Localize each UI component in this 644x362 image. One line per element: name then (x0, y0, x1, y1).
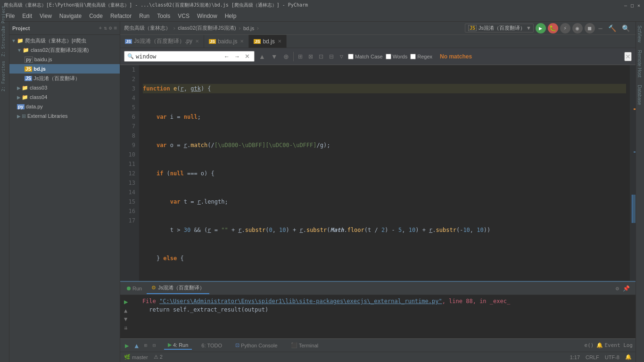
menu-vcs[interactable]: VCS (174, 12, 193, 20)
breadcrumb-sep3: › (256, 25, 259, 32)
close-button[interactable]: ✕ (637, 3, 640, 8)
tree-item-root[interactable]: ▼ 📁 爬虫高级（童林志）[#爬虫 (9, 36, 120, 45)
search-down-btn[interactable]: ▼ (270, 52, 279, 61)
tree-arrow-class03: ▶ (17, 85, 21, 90)
tab-close-jsmix[interactable]: ✕ (195, 39, 199, 44)
menu-refactor[interactable]: Refactor (107, 12, 135, 20)
run-up-btn[interactable]: ▲ (132, 341, 140, 350)
bottom-tab-jsmix-icon: ⚙ (151, 285, 156, 291)
tab-close-baidu[interactable]: ✕ (240, 39, 244, 44)
right-tab-remotehost[interactable]: Remote Host (636, 46, 644, 81)
bottom-pin-btn[interactable]: 📌 (622, 284, 631, 293)
search-target-btn[interactable]: ⊕ (282, 52, 290, 61)
minimize-button[interactable]: — (624, 3, 627, 8)
project-add-btn[interactable]: + (99, 25, 102, 31)
search-alt1-btn[interactable]: ⊡ (317, 53, 325, 60)
status-lineending[interactable]: CRLF (586, 354, 599, 360)
maximize-button[interactable]: □ (631, 3, 634, 8)
tree-item-extlibs[interactable]: ▶ ⊞ External Libraries (9, 111, 120, 121)
run-again-btn[interactable]: ▶ (123, 297, 129, 306)
search-add-btn[interactable]: ⊞ (297, 53, 304, 60)
tab-terminal[interactable]: ⬛ Terminal (287, 341, 322, 349)
right-tab-database[interactable]: Database (636, 81, 644, 109)
search-regex-checkbox[interactable] (410, 54, 416, 59)
profile-button[interactable]: ◉ (572, 23, 583, 33)
status-notifications[interactable]: 🔔 (625, 354, 632, 360)
project-collapse-btn[interactable]: ≡ (114, 25, 117, 31)
menu-help[interactable]: Help (221, 12, 240, 20)
scroll-down-btn[interactable]: ▼ (123, 315, 129, 323)
status-encoding[interactable]: UTF-8 (605, 354, 619, 360)
tab-icon-bd: JS (254, 39, 261, 44)
code-content[interactable]: function e(r, gtk) { var i = null; var o… (139, 65, 630, 281)
project-settings-btn[interactable]: ⚙ (109, 25, 112, 31)
status-warnings[interactable]: ⚠ 2 (154, 354, 163, 360)
overview-ruler (630, 65, 636, 281)
search-alt2-btn[interactable]: ⊟ (328, 53, 335, 60)
search-prev-btn[interactable]: ← (223, 53, 231, 60)
status-branch[interactable]: 🌿 master (124, 354, 148, 360)
tree-item-jsmix[interactable]: JS Js混淆（百度翻译） (9, 74, 120, 83)
menu-code[interactable]: Code (85, 12, 107, 20)
stop-button[interactable]: ■ (585, 23, 595, 33)
menu-edit[interactable]: Edit (18, 12, 36, 20)
scroll-end-btn[interactable]: ⇊ (123, 323, 129, 332)
search-next-btn[interactable]: → (233, 53, 241, 60)
status-position[interactable]: 1:17 (570, 354, 580, 360)
menu-tools[interactable]: Tools (153, 12, 174, 20)
run-collapse-btn[interactable]: ⊟ (151, 342, 157, 349)
search-words-label: Words (393, 54, 408, 59)
search-words-checkbox[interactable] (386, 54, 391, 59)
coverage-button[interactable]: ⚡ (560, 23, 570, 33)
menu-view[interactable]: View (36, 12, 56, 20)
tab-close-bd[interactable]: ✕ (278, 39, 281, 44)
search-option-regex[interactable]: Regex (410, 54, 432, 59)
icon-extlibs: ⊞ (22, 113, 26, 119)
search-close-btn[interactable]: ✕ (624, 52, 632, 61)
right-tab-sctview[interactable]: SctView (636, 22, 644, 46)
menu-window[interactable]: Window (193, 12, 221, 20)
js-icon-bd: JS (25, 66, 32, 72)
project-sync-btn[interactable]: ⇅ (104, 25, 107, 31)
tab-baidu[interactable]: JS baidu.js ✕ (204, 35, 249, 48)
left-icon-structure[interactable]: Z: Structure (1, 49, 8, 57)
scroll-thumb[interactable] (632, 195, 636, 223)
code-line-7: } else { (143, 254, 626, 263)
tree-item-datapy[interactable]: py data.py (9, 102, 120, 111)
scroll-up-btn[interactable]: ▲ (123, 306, 129, 315)
search-option-matchcase[interactable]: Match Case (348, 54, 383, 59)
search-split-btn[interactable]: ⊠ (307, 53, 314, 60)
bottom-settings-btn[interactable]: ⚙ (615, 284, 620, 293)
tab-bd[interactable]: JS bd.js ✕ (249, 35, 286, 48)
bottom-tab-jsmix[interactable]: ⚙ Js混淆（百度翻译） (147, 282, 209, 294)
tree-item-class02[interactable]: ▼ 📁 class02(百度翻译JS混淆) (9, 45, 120, 55)
bottom-tab-run[interactable]: Run (122, 284, 147, 293)
menu-run[interactable]: Run (135, 12, 153, 20)
tab-4-run[interactable]: ▶ 4: Run (164, 341, 192, 350)
run-config-selector[interactable]: JS Js混淆（百度翻译） ▼ (465, 24, 534, 33)
menu-navigate[interactable]: Navigate (56, 12, 85, 20)
run-config-dropdown-icon: ▼ (527, 25, 530, 31)
search-option-words[interactable]: Words (386, 54, 408, 59)
tab-jsmix[interactable]: JS Js混淆（百度翻译）.py ✕ (120, 35, 204, 48)
tree-item-baidu[interactable]: py baidu.js (9, 55, 120, 64)
search-input[interactable] (136, 53, 221, 60)
search-filter-icon[interactable]: ▽ (338, 52, 345, 61)
search-up-btn[interactable]: ▲ (257, 52, 267, 61)
tree-item-bd[interactable]: JS bd.js (9, 64, 120, 74)
search-clear-btn[interactable]: ✕ (243, 52, 251, 60)
debug-button[interactable]: 🐛 (548, 23, 558, 33)
tree-item-class03[interactable]: ▶ 📁 class03 (9, 83, 120, 92)
build-btn[interactable]: 🔨 (606, 24, 618, 33)
search-matchcase-checkbox[interactable] (348, 54, 354, 59)
run-play-btn[interactable]: ▶ (123, 341, 131, 350)
tab-python-console[interactable]: ⊡ Python Console (231, 341, 281, 349)
run-expand-btn[interactable]: ⊞ (142, 342, 149, 349)
left-icon-favorites[interactable]: 2: Favorites (1, 84, 8, 91)
run-button[interactable]: ▶ (536, 23, 546, 33)
more-run-btn[interactable]: ⋯ (597, 24, 604, 33)
tree-item-class04[interactable]: ▶ 📁 class04 (9, 92, 120, 102)
event-log-btn[interactable]: 🔔 Event Log (596, 342, 633, 348)
tab-6-todo[interactable]: 6: TODO (198, 342, 226, 349)
search-everywhere-btn[interactable]: 🔍 (620, 24, 632, 33)
